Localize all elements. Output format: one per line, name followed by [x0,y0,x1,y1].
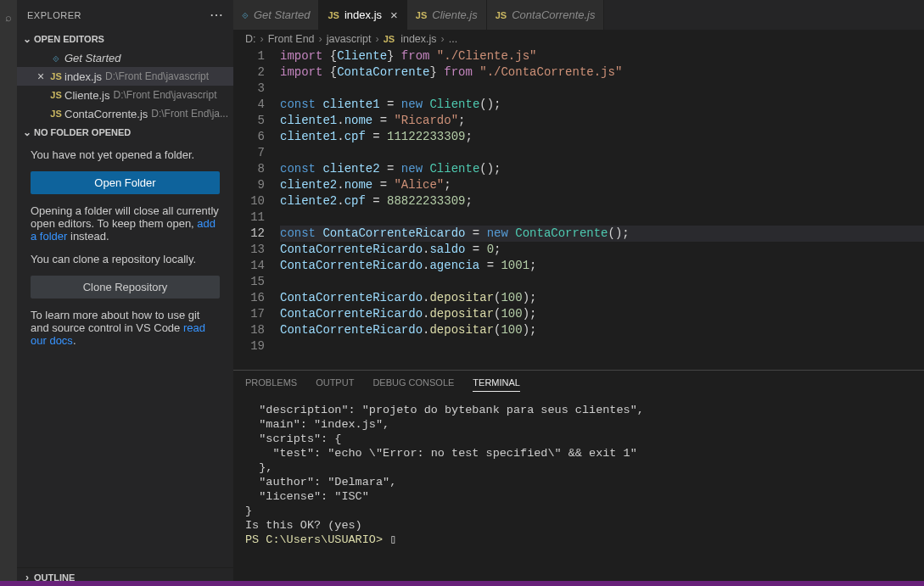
js-file-icon: JS [496,10,507,20]
sidebar: EXPLORER ⋯ ⌄ OPEN EDITORS ⟐Get Started×J… [17,0,233,586]
breadcrumbs[interactable]: D:›Front End›javascript›JSindex.js›... [233,30,924,48]
terminal-line: "license": "ISC" [245,489,912,504]
vscode-icon: ⟐ [48,52,64,64]
breadcrumb-segment[interactable]: ... [449,33,457,45]
code-line[interactable]: ContaCorrenteRicardo.depositar(100); [280,290,924,306]
chevron-right-icon: › [374,33,381,45]
open-editors-header[interactable]: ⌄ OPEN EDITORS [17,30,233,48]
editor-tab[interactable]: JSContaCorrente.js [487,0,605,30]
breadcrumb-segment[interactable]: index.js [400,33,436,45]
terminal-line: "test": "echo \"Error: no test specified… [245,446,912,460]
editor-item-path: D:\Front End\javascript [113,89,216,101]
bottom-panel: PROBLEMS OUTPUT DEBUG CONSOLE TERMINAL "… [233,370,924,586]
line-number: 7 [233,145,265,161]
terminal-line: "author": "Delmara", [245,475,912,489]
code-line[interactable]: import {ContaCorrente} from "./ContaCorr… [280,64,924,81]
explorer-title: EXPLORER [27,10,81,20]
tab-label: ContaCorrente.js [512,8,595,21]
tab-debug-console[interactable]: DEBUG CONSOLE [372,377,454,391]
close-icon[interactable]: × [34,70,48,83]
code-line[interactable]: cliente1.nome = "Ricardo"; [280,113,924,129]
line-number: 1 [233,48,265,64]
code-line[interactable]: cliente2.nome = "Alice"; [280,177,924,193]
open-editor-item[interactable]: ⟐Get Started [17,48,233,67]
terminal-line: "description": "projeto do bytebank para… [245,403,912,417]
editor-item-name: Cliente.js [64,89,109,102]
code-line[interactable] [280,274,924,290]
tab-terminal[interactable]: TERMINAL [473,377,520,392]
line-number: 2 [233,64,265,81]
panel-tabs: PROBLEMS OUTPUT DEBUG CONSOLE TERMINAL [233,371,924,398]
tab-label: Cliente.js [432,8,477,21]
breadcrumb-segment[interactable]: Front End [268,33,315,45]
code-line[interactable]: cliente1.cpf = 11122233309; [280,129,924,145]
clone-repository-button[interactable]: Clone Repository [31,276,220,299]
main-area: ⟐Get StartedJSindex.js×JSCliente.jsJSCon… [233,0,924,586]
editor-tab[interactable]: ⟐Get Started [233,0,319,30]
chevron-down-icon: ⌄ [20,33,34,45]
code-line[interactable] [280,81,924,97]
editor-item-name: ContaCorrente.js [64,108,148,120]
line-number: 4 [233,97,265,113]
code-line[interactable] [280,338,924,354]
open-editor-item[interactable]: JSCliente.jsD:\Front End\javascript [17,86,233,104]
editor-tab[interactable]: JSindex.js× [319,0,406,30]
code-line[interactable]: import {Cliente} from "./Cliente.js" [280,48,924,64]
tab-bar: ⟐Get StartedJSindex.js×JSCliente.jsJSCon… [233,0,924,30]
line-number: 3 [233,81,265,97]
editor-tab[interactable]: JSCliente.js [407,0,487,30]
code-line[interactable] [280,209,924,226]
js-file-icon: JS [48,109,64,119]
open-editor-item[interactable]: JSContaCorrente.jsD:\Front End\ja... [17,104,233,123]
tab-label: Get Started [254,8,310,21]
js-file-icon: JS [328,10,339,20]
clone-text: You can clone a repository locally. [31,253,220,265]
code-line[interactable]: ContaCorrenteRicardo.agencia = 1001; [280,258,924,274]
chevron-down-icon: ⌄ [20,126,34,138]
more-icon[interactable]: ⋯ [210,7,224,23]
no-folder-header[interactable]: ⌄ NO FOLDER OPENED [17,123,233,142]
tab-problems[interactable]: PROBLEMS [245,377,297,391]
line-gutter: 12345678910111213141516171819 [233,48,280,370]
code-line[interactable]: const cliente1 = new Cliente(); [280,97,924,113]
editor-item-name: index.js [64,70,102,83]
vscode-icon: ⟐ [242,8,249,21]
code-line[interactable]: const ContaCorrenteRicardo = new ContaCo… [280,226,924,242]
line-number: 14 [233,258,265,274]
editor-item-path: D:\Front End\ja... [151,108,228,120]
status-bar[interactable] [0,581,924,586]
code-line[interactable]: const cliente2 = new Cliente(); [280,161,924,177]
line-number: 5 [233,113,265,129]
breadcrumb-segment[interactable]: D: [245,33,256,45]
code-editor[interactable]: 12345678910111213141516171819 import {Cl… [233,48,924,370]
breadcrumb-segment[interactable]: javascript [327,33,372,45]
code-lines[interactable]: import {Cliente} from "./Cliente.js"impo… [280,48,924,370]
terminal-line: "scripts": { [245,432,912,446]
open-editor-item[interactable]: ×JSindex.jsD:\Front End\javascript [17,67,233,86]
code-line[interactable]: ContaCorrenteRicardo.depositar(100); [280,322,924,338]
code-line[interactable]: ContaCorrenteRicardo.depositar(100); [280,306,924,322]
line-number: 6 [233,129,265,145]
terminal-output[interactable]: "description": "projeto do bytebank para… [233,398,924,586]
code-line[interactable]: ContaCorrenteRicardo.saldo = 0; [280,242,924,258]
close-icon[interactable]: × [390,8,398,22]
chevron-right-icon: › [317,33,324,45]
no-folder-text: You have not yet opened a folder. [31,148,220,161]
no-folder-label: NO FOLDER OPENED [34,127,131,137]
sidebar-header: EXPLORER ⋯ [17,0,233,30]
open-folder-button[interactable]: Open Folder [31,171,220,194]
code-line[interactable] [280,145,924,161]
chevron-right-icon: › [259,33,266,45]
line-number: 11 [233,209,265,226]
files-icon[interactable]: ⌕ [0,8,17,25]
editor-item-path: D:\Front End\javascript [105,70,209,82]
terminal-line: }, [245,460,912,475]
js-file-icon: JS [416,10,427,20]
code-line[interactable]: cliente2.cpf = 88822233309; [280,193,924,209]
tab-output[interactable]: OUTPUT [316,377,354,391]
no-folder-text2: Opening a folder will close all currentl… [31,204,220,243]
chevron-right-icon: › [440,33,446,45]
docs-text: To learn more about how to use git and s… [31,309,220,347]
js-file-icon: JS [384,34,395,44]
terminal-prompt[interactable]: PS C:\Users\USUARIO> ▯ [245,533,912,547]
